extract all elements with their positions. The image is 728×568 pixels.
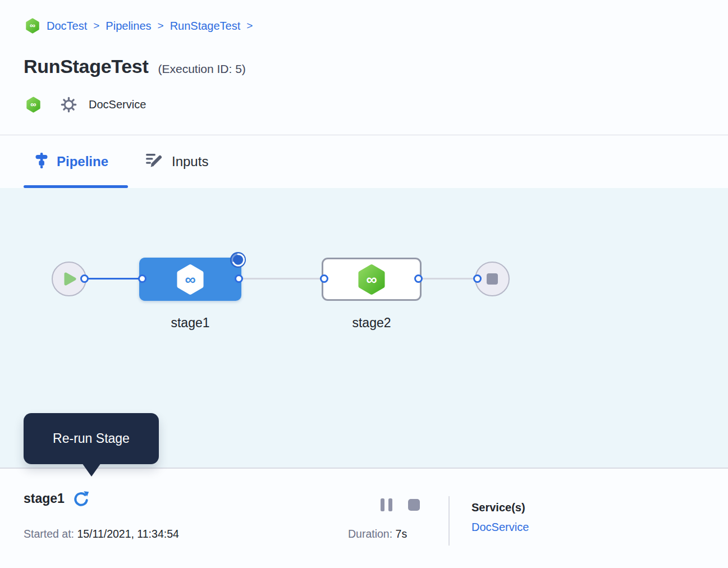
started-at-label: Started at: [24, 528, 74, 540]
duration-line: Duration: 7s [348, 528, 407, 540]
edge-connector-dot [235, 274, 243, 283]
footer-stage-row: stage1 [24, 489, 90, 508]
breadcrumb-separator: > [158, 20, 164, 32]
rerun-stage-button[interactable] [72, 489, 90, 508]
pause-icon [381, 498, 384, 511]
edge-connector-dot [320, 274, 328, 283]
execution-id-label: (Execution ID: 5) [158, 62, 245, 76]
stage1-label: stage1 [139, 315, 241, 331]
breadcrumb: ∞ DocTest > Pipelines > RunStageTest > [25, 18, 253, 34]
duration-label: Duration: [348, 528, 392, 540]
stage-details-footer: stage1 Started at: 15/11/2021, 11:34:54 … [0, 469, 728, 568]
svg-text:∞: ∞ [30, 100, 36, 109]
svg-text:∞: ∞ [366, 271, 377, 287]
breadcrumb-separator: > [93, 20, 99, 32]
tooltip-arrow [82, 463, 101, 477]
service-link-docservice[interactable]: DocService [471, 521, 529, 534]
started-at-line: Started at: 15/11/2021, 11:34:54 [24, 528, 179, 540]
breadcrumb-item-pipelines[interactable]: Pipelines [106, 20, 151, 33]
edge-connector-dot [138, 274, 146, 283]
harness-project-icon: ∞ [25, 18, 40, 34]
edge-stage1-to-stage2 [239, 278, 324, 280]
pause-icon [388, 498, 392, 511]
svg-text:∞: ∞ [30, 21, 35, 30]
play-icon [63, 272, 77, 286]
inputs-icon [146, 153, 163, 170]
stop-button[interactable] [408, 499, 420, 511]
breadcrumb-item-project[interactable]: DocTest [47, 20, 87, 33]
stage-node-stage1[interactable]: ∞ [139, 258, 241, 301]
running-spinner-icon [230, 251, 246, 268]
stage-node-stage2[interactable]: ∞ [322, 258, 422, 301]
edge-connector-dot [80, 274, 89, 283]
tooltip-label: Re-run Stage [53, 431, 130, 446]
gear-icon [61, 97, 77, 113]
breadcrumb-separator: > [246, 20, 253, 32]
footer-stage-name: stage1 [24, 491, 65, 506]
stage2-harness-icon: ∞ [356, 264, 387, 295]
page-title-row: RunStageTest (Execution ID: 5) [24, 56, 246, 77]
header-divider [0, 135, 728, 135]
tab-inputs[interactable]: Inputs [146, 153, 208, 170]
edge-connector-dot [473, 274, 482, 283]
breadcrumb-item-pipeline-name[interactable]: RunStageTest [170, 20, 241, 33]
harness-cd-icon: ∞ [25, 97, 42, 113]
rerun-stage-tooltip: Re-run Stage [24, 413, 159, 464]
started-at-value: 15/11/2021, 11:34:54 [77, 528, 178, 540]
edge-stage2-to-end [418, 278, 478, 280]
edge-connector-dot [414, 274, 423, 283]
service-name-label: DocService [89, 98, 146, 111]
pause-button[interactable] [381, 498, 392, 511]
tab-inputs-label: Inputs [172, 154, 208, 170]
stage1-harness-icon: ∞ [175, 264, 206, 295]
edge-start-to-stage1 [84, 278, 142, 280]
pipeline-execution-page: ∞ DocTest > Pipelines > RunStageTest > R… [0, 0, 728, 568]
service-summary-row: ∞ DocService [25, 97, 146, 113]
tab-pipeline-label: Pipeline [57, 154, 108, 170]
pipeline-icon [35, 152, 48, 172]
stage2-label: stage2 [322, 315, 422, 331]
services-label: Service(s) [471, 501, 525, 514]
tab-pipeline[interactable]: Pipeline [35, 152, 108, 172]
footer-vertical-divider [448, 496, 450, 546]
page-title: RunStageTest [24, 56, 148, 77]
duration-value: 7s [396, 528, 408, 540]
stop-icon [487, 273, 498, 285]
svg-text:∞: ∞ [185, 271, 195, 287]
